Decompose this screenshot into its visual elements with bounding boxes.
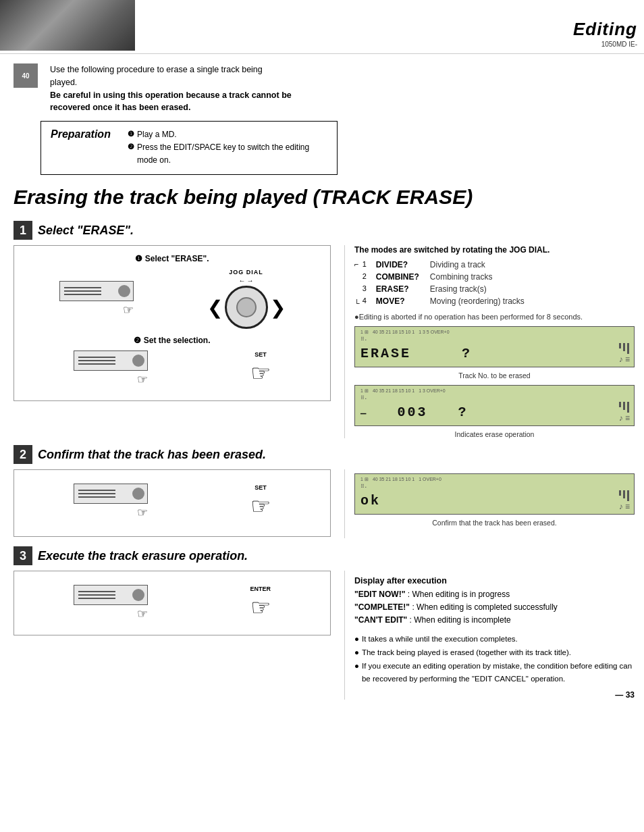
jog-circle[interactable] — [225, 286, 268, 329]
step2-right: 1⊞ 40 35 21 18 15 10 1 1 OVER+0 ⠿⠄ ok ♪ … — [344, 469, 644, 538]
device-left-4: ☞ — [74, 585, 148, 621]
sig-bar-6 — [627, 402, 629, 413]
enter-hand-icon[interactable]: ☞ — [250, 594, 271, 621]
mode-name-2: COMBINE? — [376, 271, 426, 283]
step1-sub2: ❷ Set the selection. — [22, 336, 322, 345]
model-number: 1050MD IE- — [601, 41, 637, 48]
mode-desc-3: Erasing track(s) — [430, 283, 487, 295]
bullet-2: ● The track being played is erased (toge… — [354, 646, 635, 658]
mode-item-3: 3 ERASE? Erasing track(s) — [363, 283, 525, 295]
preparation-title: Preparation — [51, 128, 118, 140]
device-lines-1 — [64, 287, 101, 295]
sig-bar-4 — [619, 402, 621, 407]
caution-label: 40 — [22, 72, 29, 80]
step1-num-box: 1 — [14, 221, 32, 240]
display-after: Display after execution "EDIT NOW!" : Wh… — [354, 576, 635, 700]
jog-inner — [236, 297, 257, 317]
lcd-dash: — — [360, 408, 367, 419]
mode-num-3: 3 — [363, 283, 372, 295]
lcd-003-num: 003 — [397, 405, 427, 420]
display-item-3: "CAN'T EDIT" : When editing is incomplet… — [354, 614, 635, 627]
set-label-2: SET — [254, 484, 267, 491]
step1-content: ❶ Select "ERASE". ☞ — [0, 245, 644, 438]
step3-content: ☞ ENTER ☞ Display after execution "EDIT … — [0, 571, 644, 700]
signal-line-3a — [618, 490, 630, 501]
set-hand-icon-2[interactable]: ☞ — [250, 492, 271, 519]
lcd-erase-text: ERASE ? — [360, 346, 472, 361]
mode-desc-1: Dividing a track — [430, 259, 485, 271]
step2-content: ☞ SET ☞ 1⊞ 40 35 21 18 15 10 1 1 OVER+0 … — [0, 469, 644, 538]
bullet-text-3: If you execute an editing operation by m… — [362, 660, 635, 685]
lcd-signals-1: ♪ ≡ — [618, 343, 630, 364]
bullet-3: ● If you execute an editing operation by… — [354, 660, 635, 685]
signal-line-1a — [618, 343, 630, 354]
set-area-2: SET ☞ — [250, 484, 271, 519]
set-hand-icon[interactable]: ☞ — [250, 359, 271, 386]
finger-point-2: ☞ — [74, 372, 148, 387]
display-item-2: "COMPLETE!" : When editing is completed … — [354, 601, 635, 614]
device-line-d — [78, 357, 115, 358]
prep-text-1: Play a MD. — [137, 128, 177, 141]
step2-box: ☞ SET ☞ — [14, 469, 331, 537]
lcd-dots-3: ⠿⠄ — [360, 484, 630, 490]
mode-name-3: ERASE? — [376, 283, 426, 295]
device-left-1: ☞ — [59, 281, 134, 317]
header: Editing 1050MD IE- — [0, 0, 644, 54]
set-label: SET — [254, 351, 267, 358]
step1-left: ❶ Select "ERASE". ☞ — [0, 245, 344, 438]
prep-step-1: ❶ Play a MD. — [128, 128, 327, 141]
lcd-003: 1⊞ 40 35 21 18 15 10 1 1 3 OVER+0 ⠿⠄ — 0… — [354, 385, 635, 426]
prep-num-1: ❶ — [128, 128, 134, 140]
lcd-top-ind-1: 1⊞ 40 35 21 18 15 10 1 1 3 5 OVER+0 — [360, 330, 630, 335]
step2-left: ☞ SET ☞ — [0, 469, 344, 538]
lcd-erase-question: ? — [462, 346, 472, 361]
mode-item-1: 1 DIVIDE? Dividing a track — [363, 259, 525, 271]
lcd-ok-caption: Confirm that the track has been erased. — [354, 519, 635, 527]
mode-num-2: 2 — [363, 271, 372, 283]
header-image — [0, 0, 135, 51]
device-line-b — [64, 290, 101, 292]
bullet-text-1: It takes a while until the execution com… — [362, 633, 518, 645]
device-lines-4 — [78, 591, 115, 599]
lcd-dots-2: ⠿⠄ — [360, 395, 630, 401]
step3-box: ☞ ENTER ☞ — [14, 571, 331, 635]
main-title: Erasing the track being played (TRACK ER… — [14, 186, 630, 209]
mode-item-4: 4 MOVE? Moving (reordering) tracks — [363, 295, 525, 307]
device-line-h — [78, 493, 115, 494]
finger-point-3: ☞ — [74, 505, 148, 520]
step3-device-row: ☞ ENTER ☞ — [22, 585, 322, 621]
bullet-text-2: The track being played is erased (togeth… — [362, 646, 571, 658]
display-code-2: "COMPLETE!" — [354, 602, 410, 612]
warning-text: Use the following procedure to erase a s… — [50, 63, 292, 114]
mode-desc-2: Combining tracks — [430, 271, 493, 283]
mode-name-1: DIVIDE? — [376, 259, 426, 271]
step3-num-box: 3 — [14, 546, 32, 565]
device-left-2: ☞ — [74, 350, 148, 387]
device-left-3: ☞ — [74, 484, 148, 520]
warning-line1: Use the following procedure to erase a s… — [50, 63, 292, 76]
lcd-003-text: — 003 ? — [360, 405, 468, 420]
bracket-bot: └ — [354, 299, 360, 307]
mode-num-1: 1 — [363, 259, 372, 271]
display-after-title: Display after execution — [354, 576, 635, 586]
device-lines-2 — [78, 357, 115, 365]
step1-title: Select "ERASE". — [38, 224, 134, 238]
jog-area: JOG DIAL ← → ❮ ❯ — [207, 269, 286, 329]
bullet-dot-2: ● — [354, 646, 359, 658]
page-number: — 33 — [354, 690, 635, 700]
mode-item-2: 2 COMBINE? Combining tracks — [363, 271, 525, 283]
lcd2-caption: Indicates erase operation — [354, 430, 635, 438]
editing-label: Editing — [573, 19, 637, 40]
device-line-g — [78, 490, 115, 491]
bullet-dot-1: ● — [354, 633, 359, 645]
lcd-ok: 1⊞ 40 35 21 18 15 10 1 1 OVER+0 ⠿⠄ ok ♪ … — [354, 473, 635, 515]
preparation-steps: ❶ Play a MD. ❷ Press the EDIT/SPACE key … — [128, 128, 327, 167]
lcd-erase-label: ERASE — [360, 346, 411, 361]
step1-sub1: ❶ Select "ERASE". — [22, 254, 322, 263]
lcd-top-ind-2: 1⊞ 40 35 21 18 15 10 1 1 3 OVER+0 — [360, 388, 630, 394]
prep-num-2: ❷ — [128, 141, 134, 153]
display-code-3: "CAN'T EDIT" — [354, 615, 407, 625]
device-line-l — [78, 598, 115, 599]
step1-device-row2: ☞ SET ☞ — [22, 350, 322, 387]
step1-right: The modes are switched by rotating the J… — [344, 245, 644, 438]
